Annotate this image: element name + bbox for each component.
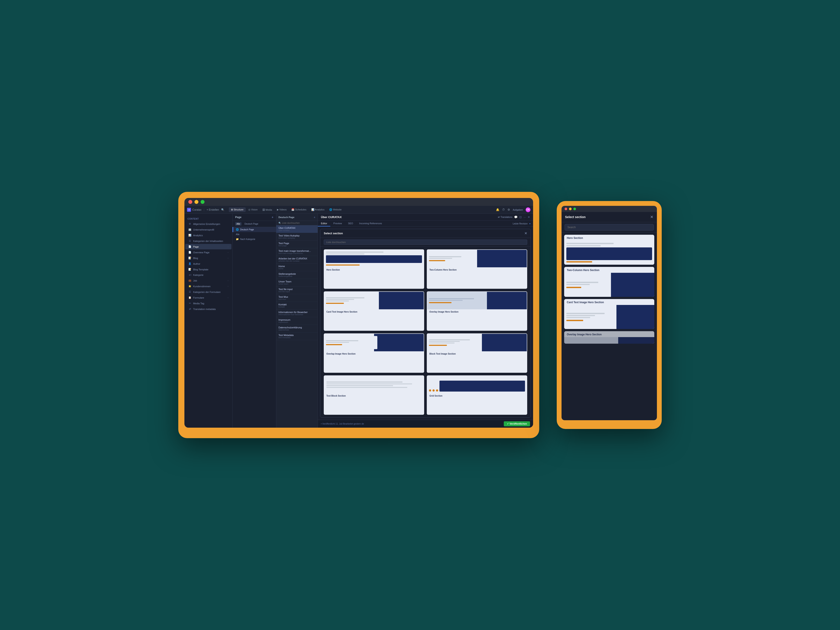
sidebar-item-analytics[interactable]: 📊 Analytics	[185, 232, 231, 238]
sidebar-item-formulare[interactable]: 📋 Formulare ›	[185, 295, 231, 300]
bell-icon[interactable]: 🔔	[496, 208, 499, 211]
sidebar-item-media-tag[interactable]: ✏ Media Tag	[185, 300, 231, 306]
section-preview-hero	[564, 241, 654, 265]
maximize-dot[interactable]	[201, 200, 205, 204]
settings-icon[interactable]: ⚙	[507, 208, 510, 211]
section-preview-hero	[324, 250, 424, 267]
laptop-device: ∧ Curatax | + Erstellen 🔍 ⊞ Structure ◎ …	[178, 192, 539, 438]
section-card-hero[interactable]: Hero Section	[324, 249, 424, 289]
page-entry-mux[interactable]: Test Mux test-mux	[276, 294, 317, 302]
sidebar-item-kategorien[interactable]: ☰ Kategorien der Inhaltsseiten	[185, 238, 231, 244]
building-icon: 🏢	[188, 228, 191, 231]
page-name: Test file input	[278, 288, 316, 291]
phone-section-overlay-partial[interactable]: Overlay Image Hero Section	[564, 331, 654, 344]
sidebar-item-label: Job	[193, 279, 197, 282]
sidebar-item-page[interactable]: 📄 Page ›	[185, 244, 231, 249]
add-page-button[interactable]: +	[272, 215, 273, 219]
page-item-alle[interactable]: Alle	[232, 232, 276, 237]
sidebar-item-kundenstimmen[interactable]: ⭐ Kundenstimmen ›	[185, 284, 231, 289]
phone-section-two-col[interactable]: Two-Column Hero Section	[564, 267, 654, 297]
tab-structure[interactable]: ⊞ Structure	[229, 207, 246, 212]
page-entry-impressum[interactable]: Impressum impressum	[276, 317, 317, 325]
phone-section-hero[interactable]: Hero Section	[564, 235, 654, 265]
dialog-search-input[interactable]	[324, 240, 527, 245]
laptop-titlebar	[185, 198, 533, 206]
sidebar-item-kat-formulare[interactable]: ☰ Kategorien der Formulare	[185, 289, 231, 295]
tab-preview[interactable]: Preview	[330, 221, 345, 226]
page-entry-kontakt[interactable]: Kontakt kontakt	[276, 302, 317, 309]
publish-button[interactable]: ✓ Veröffentlichen	[504, 421, 530, 426]
page-entry-arbeiten[interactable]: Arbeiten bei der CURATAX arbeiten-bei-de…	[276, 256, 317, 264]
sidebar-item-author[interactable]: 👤 Author	[185, 261, 231, 267]
sidebar-item-blog-template[interactable]: 📝 Blog Template	[185, 267, 231, 272]
page-item-nach-kategorie[interactable]: 📁 Nach Kategorie	[232, 237, 276, 242]
scene: ∧ Curatax | + Erstellen 🔍 ⊞ Structure ◎ …	[0, 192, 840, 438]
page-entry-datenschutz[interactable]: Datenschutzerklärung datenschutz	[276, 325, 317, 333]
search-icon[interactable]: 🔍	[221, 208, 224, 211]
section-card-overlay[interactable]: Overlay Image Hero Section	[427, 291, 527, 331]
phone-search-input[interactable]	[565, 224, 654, 231]
section-card-overlap[interactable]: Overlap Image Hero Section	[324, 333, 424, 373]
preview-left	[427, 250, 477, 267]
page-entry-info[interactable]: Informationen für Bewerber informationen…	[276, 309, 317, 317]
tab-schedules[interactable]: 📅 Schedules	[289, 207, 308, 212]
section-card-text-block[interactable]: Text Block Section	[324, 375, 424, 415]
clock-icon[interactable]: ⏱	[502, 208, 505, 211]
section-card-grid[interactable]: Grid Section	[427, 375, 527, 415]
page-entry-test[interactable]: Test Page test-page	[276, 241, 317, 248]
tab-editor[interactable]: Editor	[318, 221, 330, 226]
phone-section-card-text-image[interactable]: Card Text Image Hero Section	[564, 299, 654, 329]
section-card-card-text-image[interactable]: Card Text Image Hero Section	[324, 291, 424, 331]
section-preview-two-col	[564, 273, 654, 297]
template-icon: 📝	[188, 268, 191, 271]
close-dot[interactable]	[188, 200, 192, 204]
page-entry-file[interactable]: Test file input test-file-input	[276, 287, 317, 294]
media-icon: ✏	[188, 302, 191, 305]
page-entry-metadata[interactable]: Test Metadata test-metadata	[276, 333, 317, 340]
expand-icon[interactable]: ⊡	[519, 215, 522, 219]
sidebar-item-job[interactable]: 💼 Job ›	[185, 278, 231, 283]
page-entry-uber[interactable]: Über CURATAX uber-curatax	[276, 225, 317, 233]
grid-dot	[436, 389, 438, 392]
sidebar-item-translation[interactable]: ⇄ Translation metadata	[185, 306, 231, 312]
maximize-dot[interactable]	[573, 208, 576, 210]
tab-seo[interactable]: SEO	[345, 221, 356, 226]
add-page-list-button[interactable]: +	[314, 215, 316, 219]
tab-media[interactable]: 🖼 Media	[260, 207, 274, 212]
dialog-close-button[interactable]: ✕	[524, 231, 527, 235]
tab-videos[interactable]: ▶ Videos	[275, 207, 289, 212]
tab-vision[interactable]: ◎ Vision	[246, 207, 260, 212]
sidebar-item-allgemeine[interactable]: ⚙ Allgemeine Einstellungen	[185, 221, 231, 227]
sidebar-item-blog[interactable]: 📝 Blog ›	[185, 255, 231, 261]
section-card-two-col[interactable]: Two-Column Hero Section	[427, 249, 527, 289]
close-dot[interactable]	[565, 208, 567, 210]
tab-analytics[interactable]: 📊 Analytics	[309, 207, 327, 212]
sidebar-item-overview[interactable]: 📄 Overview Page ›	[185, 249, 231, 255]
translations-button[interactable]: ⇄ Translations	[498, 216, 512, 218]
create-button[interactable]: + Erstellen	[207, 208, 219, 211]
page-item-deutsch[interactable]: 🌐 Deutsch Page	[232, 227, 276, 232]
page-entry-main-image[interactable]: Test main image transformat... test-main…	[276, 248, 317, 256]
minimize-dot[interactable]	[569, 208, 572, 210]
close-editor-icon[interactable]: ✕	[527, 215, 530, 219]
section-card-block-text[interactable]: Block Text Image Section	[427, 333, 527, 373]
page-entry-video[interactable]: Test Video Autoplay test-video-autoplay	[276, 233, 317, 241]
filter-deutsch[interactable]: Deutsch Page	[243, 222, 260, 226]
page-entry-stellen[interactable]: Stellenangebote stellenangebote	[276, 271, 317, 279]
minimize-dot[interactable]	[194, 200, 198, 204]
page-name: Unser Team	[278, 280, 316, 283]
blog-icon: 📝	[188, 257, 191, 259]
sidebar-item-kategorie[interactable]: 🏷 Kategorie	[185, 272, 231, 278]
user-avatar[interactable]: CK	[526, 207, 531, 212]
preview-bar	[326, 251, 384, 253]
sidebar-item-unternehmen[interactable]: 🏢 Unternehmensprofil	[185, 227, 231, 232]
page-entry-home[interactable]: Home home	[276, 264, 317, 271]
page-entry-team[interactable]: Unser Team unser-team	[276, 279, 317, 287]
tab-website[interactable]: 🌐 Website	[327, 207, 344, 212]
comment-icon[interactable]: 💬	[514, 215, 518, 219]
phone-close-button[interactable]: ✕	[650, 215, 654, 219]
filter-alle[interactable]: Alle	[235, 222, 242, 226]
pages-search-input[interactable]	[282, 222, 316, 224]
more-icon[interactable]: ···	[523, 215, 526, 219]
tab-incoming-references[interactable]: Incoming References	[356, 221, 385, 226]
